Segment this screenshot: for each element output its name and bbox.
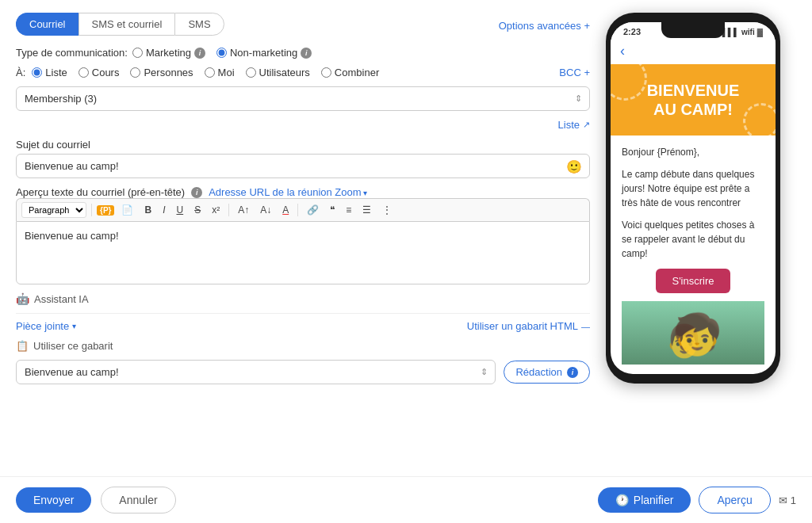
apercu-button[interactable]: Aperçu [699,487,770,513]
to-row: À: Liste Cours Personnes Moi [16,67,590,78]
bold-button[interactable]: B [140,202,155,218]
radio-non-marketing[interactable]: Non-marketing i [216,47,312,59]
redaction-button[interactable]: Rédaction i [504,361,590,384]
utilisateurs-label: Utilisateurs [259,67,310,78]
phone-body: Bonjour {Prénom}, Le camp débute dans qu… [611,136,776,374]
template-label-row: 📋 Utiliser ce gabarit [16,340,590,352]
radio-utilisateurs[interactable]: Utilisateurs [246,67,310,78]
apercu-info-icon[interactable]: i [191,187,202,198]
wifi-icon: wifi [741,28,755,36]
font-color-button[interactable]: A [278,202,293,218]
phone-cta-wrapper: S'inscrire [622,269,764,293]
left-panel: Courriel SMS et courriel SMS Options ava… [16,13,590,476]
cours-label: Cours [92,67,120,78]
template-tag-icon[interactable]: {P} [97,205,114,216]
template-select[interactable]: Bienvenue au camp! [16,360,496,384]
footer-center: 🕐 Planifier Aperçu ✉ 1 [598,487,796,513]
doc-icon[interactable]: 📄 [117,202,137,218]
moi-label: Moi [218,67,235,78]
mail-icon: ✉ [779,494,787,506]
radio-liste[interactable]: Liste [32,67,67,78]
ai-assistant-label[interactable]: Assistant IA [34,293,89,305]
options-avancees-link[interactable]: Options avancées + [499,20,590,32]
bcc-button[interactable]: BCC + [559,67,590,78]
envoyer-button[interactable]: Envoyer [16,487,91,513]
membership-select[interactable]: Membership (3) [16,86,590,111]
ai-assistant-row: 🤖 Assistant IA [16,292,590,305]
phone-cta-button[interactable]: S'inscrire [656,269,730,293]
to-options: Liste Cours Personnes Moi Utilisateurs [32,67,379,78]
liste-link-text: Liste [558,119,580,131]
phone-banner: BIENVENUE AU CAMP! [611,64,776,136]
attachment-row: Pièce jointe Utiliser un gabarit HTML [16,313,590,332]
tab-courriel[interactable]: Courriel [16,13,79,36]
to-label: À: [16,67,25,78]
toolbar-sep-2 [228,204,229,216]
template-icon: 📋 [16,340,29,352]
status-icons: ▌▌▌ wifi ▓ [722,28,763,36]
battery-icon: ▓ [757,28,763,36]
redaction-label: Rédaction [515,366,562,378]
ai-icon: 🤖 [16,292,29,305]
tab-sms-courriel[interactable]: SMS et courriel [79,13,175,36]
child-icon: 🧒 [672,305,722,365]
more-button[interactable]: ⋮ [378,202,396,218]
editor-content-area[interactable]: Bienvenue au camp! [16,221,590,284]
font-size-up-button[interactable]: A↑ [234,202,253,218]
footer: Envoyer Annuler 🕐 Planifier Aperçu ✉ 1 [0,476,812,523]
phone-mockup: 2:23 ▌▌▌ wifi ▓ ‹ BIENVENUE [606,13,796,476]
list-button[interactable]: ☰ [358,202,375,218]
marketing-info-icon[interactable]: i [194,48,205,59]
type-communication-row: Type de communication: Marketing i Non-m… [16,47,590,59]
phone-greeting: Bonjour {Prénom}, [622,145,764,159]
strikethrough-button[interactable]: S [190,202,205,218]
phone-para2: Voici quelques petites choses à se rappe… [622,218,764,261]
radio-combiner[interactable]: Combiner [321,67,379,78]
template-select-row: Bienvenue au camp! Rédaction i [16,360,590,384]
apercu-row: Aperçu texte du courriel (pré-en-tête) i… [16,186,590,198]
liste-label: Liste [45,67,67,78]
radio-moi[interactable]: Moi [205,67,235,78]
template-label-text: Utiliser ce gabarit [33,340,113,352]
non-marketing-label: Non-marketing [230,47,297,59]
type-comm-label: Type de communication: [16,47,128,59]
personnes-label: Personnes [144,67,193,78]
emoji-icon[interactable]: 🙂 [566,158,582,174]
zoom-link[interactable]: Adresse URL de la réunion Zoom [209,186,367,198]
phone-content: BIENVENUE AU CAMP! Bonjour {Prénom}, Le … [611,64,776,374]
align-button[interactable]: ≡ [342,202,355,218]
clock-icon: 🕐 [615,494,629,506]
membership-row: Membership (3) [16,86,590,111]
font-size-down-button[interactable]: A↓ [256,202,275,218]
apercu-section: Aperçu texte du courriel (pré-en-tête) i… [16,186,590,284]
tab-sms[interactable]: SMS [174,13,224,36]
paragraph-select[interactable]: Paragraph [21,202,86,218]
editor-text: Bienvenue au camp! [25,230,119,242]
non-marketing-info-icon[interactable]: i [301,48,312,59]
phone-screen: 2:23 ▌▌▌ wifi ▓ ‹ BIENVENUE [611,22,776,374]
underline-button[interactable]: U [172,202,187,218]
radio-cours[interactable]: Cours [79,67,120,78]
external-link-icon: ↗ [583,120,590,130]
phone-time: 2:23 [623,27,641,36]
membership-select-wrapper: Membership (3) [16,86,590,111]
back-button[interactable]: ‹ [620,43,625,59]
phone-para1: Le camp débute dans quelques jours! Notr… [622,167,764,210]
phone-image-person: 👨 🧒 [622,301,764,365]
html-template-button[interactable]: Utiliser un gabarit HTML [467,320,590,332]
radio-personnes[interactable]: Personnes [130,67,193,78]
subject-input[interactable] [16,154,590,178]
italic-button[interactable]: I [159,202,169,218]
link-button[interactable]: 🔗 [303,202,323,218]
mail-count-number: 1 [791,494,796,506]
piece-jointe-button[interactable]: Pièce jointe [16,320,76,332]
superscript-button[interactable]: x² [208,202,224,218]
type-comm-options: Marketing i Non-marketing i [132,47,312,59]
radio-marketing[interactable]: Marketing i [132,47,205,59]
annuler-button[interactable]: Annuler [101,487,175,513]
planifier-button[interactable]: 🕐 Planifier [598,487,691,513]
phone-image: 👨 🧒 [622,301,764,365]
banner-line1: BIENVENUE [647,81,740,100]
liste-link[interactable]: Liste ↗ [16,119,590,131]
blockquote-button[interactable]: ❝ [326,202,339,218]
